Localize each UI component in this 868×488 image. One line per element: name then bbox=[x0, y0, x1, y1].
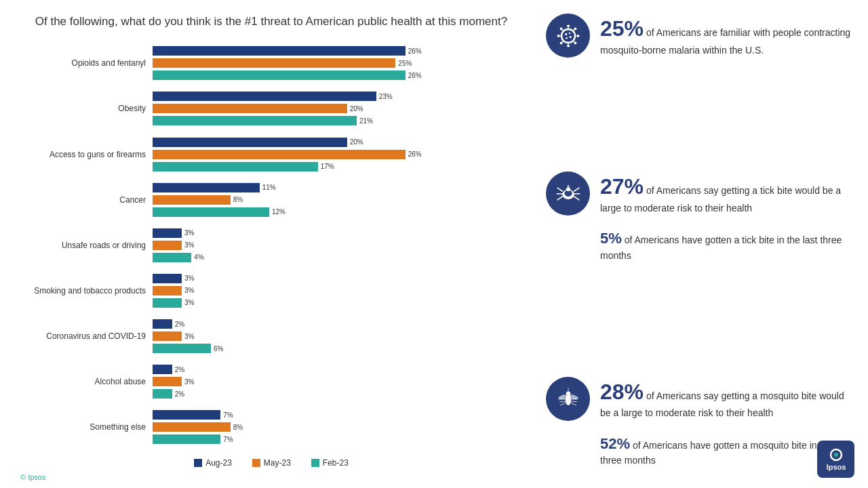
bar-aug bbox=[153, 319, 172, 329]
bar-group: Something else7%8%7% bbox=[20, 409, 522, 445]
bar-label: Something else bbox=[20, 422, 153, 432]
bar-row: 3% bbox=[153, 376, 522, 387]
bar-value-label: 26% bbox=[408, 47, 422, 55]
svg-point-4 bbox=[557, 35, 559, 37]
bar-value-label: 26% bbox=[408, 150, 422, 158]
bar-feb bbox=[153, 116, 357, 125]
bar-aug bbox=[153, 228, 182, 238]
svg-line-16 bbox=[561, 41, 562, 43]
bar-value-label: 23% bbox=[379, 93, 393, 100]
bar-value-label: 4% bbox=[194, 253, 203, 261]
bar-aug bbox=[153, 92, 376, 101]
svg-point-21 bbox=[566, 37, 567, 39]
stat-text-2: 27% of Americans say getting a tick bite… bbox=[600, 171, 854, 262]
bar-label: Coronavirus and COVID-19 bbox=[20, 331, 153, 341]
bars-container: 2%3%6% bbox=[153, 319, 522, 354]
stat-pct-3: 5% bbox=[600, 230, 622, 247]
bar-group: Unsafe roads or driving3%3%4% bbox=[20, 228, 522, 263]
bar-group: Access to guns or firearms20%26%17% bbox=[20, 137, 522, 172]
stat-pct-1: 25% bbox=[600, 16, 644, 41]
bar-row: 17% bbox=[153, 161, 522, 172]
bar-may bbox=[153, 195, 231, 205]
bar-row: 8% bbox=[153, 195, 522, 205]
tick-icon bbox=[555, 180, 582, 207]
bar-group: Coronavirus and COVID-192%3%6% bbox=[20, 319, 522, 354]
bar-row: 2% bbox=[153, 388, 522, 399]
stat-text-1: 25% of Americans are familiar with peopl… bbox=[600, 14, 854, 57]
svg-point-5 bbox=[576, 35, 579, 37]
bar-value-label: 7% bbox=[223, 411, 233, 419]
bar-aug bbox=[153, 365, 172, 374]
bar-label: Unsafe roads or driving bbox=[20, 241, 153, 250]
bar-row: 3% bbox=[153, 331, 522, 342]
bars-container: 7%8%7% bbox=[153, 409, 522, 445]
bar-row: 6% bbox=[153, 343, 522, 354]
bar-label: Cancer bbox=[20, 195, 153, 205]
svg-point-30 bbox=[566, 187, 570, 191]
svg-line-14 bbox=[561, 28, 562, 30]
stat-pct-2: 27% bbox=[600, 174, 644, 199]
stat-desc-3: of Americans have gotten a tick bite in … bbox=[600, 235, 842, 261]
bar-feb bbox=[153, 389, 172, 399]
bar-value-label: 11% bbox=[262, 184, 276, 191]
stat-desc-5: of Americans have gotten a mosquito bite… bbox=[600, 440, 850, 466]
svg-line-40 bbox=[559, 401, 566, 402]
bar-group: Opioids and fentanyl26%25%26% bbox=[20, 45, 522, 81]
bar-group: Obesity23%20%21% bbox=[20, 91, 522, 126]
svg-line-26 bbox=[557, 197, 562, 200]
bar-row: 23% bbox=[153, 91, 522, 102]
bar-row: 3% bbox=[153, 240, 522, 251]
bar-value-label: 8% bbox=[233, 196, 243, 203]
bar-value-label: 3% bbox=[184, 333, 194, 340]
bar-value-label: 3% bbox=[184, 287, 194, 294]
bar-aug bbox=[153, 46, 406, 56]
bar-value-label: 8% bbox=[233, 424, 243, 431]
bar-value-label: 3% bbox=[184, 299, 194, 306]
bar-feb bbox=[153, 253, 191, 262]
svg-line-29 bbox=[574, 197, 578, 200]
legend-item: Aug-23 bbox=[194, 458, 232, 468]
bar-group: Cancer11%8%12% bbox=[20, 182, 522, 218]
ipsos-logo-svg: Ipsos bbox=[819, 443, 853, 476]
left-panel: Of the following, what do you think is t… bbox=[0, 0, 536, 488]
bar-value-label: 20% bbox=[350, 105, 363, 113]
bar-feb bbox=[153, 70, 406, 80]
bar-row: 20% bbox=[153, 137, 522, 148]
right-panel: 25% of Americans are familiar with peopl… bbox=[536, 0, 868, 488]
svg-point-3 bbox=[567, 44, 570, 47]
svg-point-47 bbox=[834, 453, 838, 457]
bar-value-label: 3% bbox=[184, 241, 194, 249]
svg-line-27 bbox=[574, 188, 578, 191]
bars-container: 3%3%3% bbox=[153, 273, 522, 308]
bar-value-label: 2% bbox=[175, 321, 184, 328]
svg-text:Ipsos: Ipsos bbox=[826, 463, 846, 471]
bar-value-label: 3% bbox=[184, 378, 194, 386]
legend-label: Aug-23 bbox=[205, 458, 232, 468]
virus-icon bbox=[555, 22, 582, 49]
bar-feb bbox=[153, 298, 182, 308]
bar-row: 12% bbox=[153, 207, 522, 218]
bar-label: Access to guns or firearms bbox=[20, 150, 153, 159]
legend-color-dot bbox=[252, 459, 260, 467]
bar-row: 8% bbox=[153, 422, 522, 432]
mosquito-icon-circle bbox=[546, 377, 590, 421]
bar-row: 26% bbox=[153, 45, 522, 56]
bar-aug bbox=[153, 138, 347, 147]
virus-icon-circle bbox=[546, 14, 590, 58]
bar-row: 3% bbox=[153, 285, 522, 296]
svg-point-2 bbox=[567, 24, 570, 27]
stat-block-4: 28% of Americans say getting a mosquito … bbox=[546, 377, 854, 468]
bar-value-label: 17% bbox=[321, 163, 334, 170]
bar-value-label: 26% bbox=[408, 72, 422, 79]
bar-row: 3% bbox=[153, 228, 522, 239]
svg-line-15 bbox=[574, 28, 575, 30]
svg-point-18 bbox=[565, 33, 567, 35]
bar-row: 7% bbox=[153, 434, 522, 445]
svg-line-41 bbox=[560, 403, 566, 405]
bars-container: 3%3%4% bbox=[153, 228, 522, 263]
svg-point-19 bbox=[568, 32, 570, 33]
bar-row: 11% bbox=[153, 182, 522, 193]
bar-value-label: 6% bbox=[214, 345, 223, 352]
bar-value-label: 12% bbox=[272, 208, 285, 216]
svg-point-1 bbox=[562, 30, 574, 42]
